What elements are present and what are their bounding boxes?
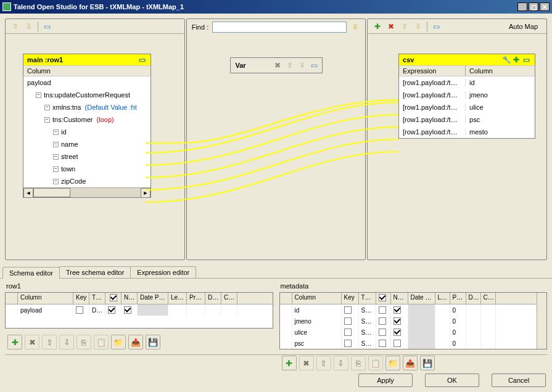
row1-toolbar: ✚ ✖ ⇧ ⇩ ⎘ 📋 📁 📤 💾 bbox=[5, 332, 273, 352]
copy-button[interactable]: ⎘ bbox=[76, 335, 91, 349]
row-down-button[interactable]: ⇩ bbox=[59, 335, 74, 349]
csv-row: [row1.payload:/t…ulice bbox=[399, 101, 535, 113]
collapse-icon[interactable]: − bbox=[36, 92, 41, 98]
window-title: Talend Open Studio for ESB - tXMLMap - t… bbox=[14, 3, 517, 10]
metadata-grid[interactable]: Column Key T… N… Date … L… P… D… C… idS…… bbox=[279, 292, 548, 349]
minimize-panel-icon[interactable]: ▭ bbox=[42, 22, 52, 31]
row1-title: row1 bbox=[5, 281, 273, 292]
input-panel: ⇧ ⇩ ▭ main :row1 ▭ Column payload −tns:u… bbox=[5, 18, 185, 260]
scroll-thumb[interactable] bbox=[33, 188, 70, 197]
var-up-icon[interactable]: ⇧ bbox=[285, 60, 295, 70]
input-tree[interactable]: payload −tns:updateCustomerRequest −xmln… bbox=[23, 76, 150, 187]
row-up-button[interactable]: ⇧ bbox=[316, 356, 331, 370]
row-up-button[interactable]: ⇧ bbox=[42, 335, 57, 349]
paste-button[interactable]: 📋 bbox=[94, 335, 109, 349]
schema-row: jmenoS…0 bbox=[280, 316, 537, 327]
var-panel: Find : ⇩ Var ✖ ⇧ ⇩ ▭ bbox=[186, 18, 366, 260]
save-button[interactable]: 💾 bbox=[420, 356, 435, 370]
collapse-icon[interactable]: − bbox=[44, 105, 50, 110]
schema-row: pscS…0 bbox=[280, 338, 537, 349]
import-button[interactable]: 📁 bbox=[385, 356, 400, 370]
dialog-buttons: Apply OK Cancel bbox=[358, 374, 546, 387]
row1-grid[interactable]: Column Key T… N… Date P… Le… Pr… D… C… p… bbox=[5, 292, 273, 329]
close-button[interactable]: ✕ bbox=[540, 2, 550, 11]
ok-button[interactable]: OK bbox=[425, 374, 479, 387]
collapse-icon[interactable]: − bbox=[53, 179, 59, 184]
paste-button[interactable]: 📋 bbox=[368, 356, 383, 370]
collapse-icon[interactable]: − bbox=[53, 166, 59, 172]
vertical-scrollbar[interactable] bbox=[537, 293, 546, 349]
output-down-icon[interactable]: ⇩ bbox=[413, 22, 423, 31]
csv-row: [row1.payload:/t…mesto bbox=[399, 126, 535, 138]
move-down-icon[interactable]: ⇩ bbox=[24, 22, 34, 31]
csv-row: [row1.payload:/t…jmeno bbox=[399, 89, 535, 101]
apply-button[interactable]: Apply bbox=[358, 374, 413, 387]
tree-node-street: −street bbox=[23, 150, 150, 163]
metadata-title: metadata bbox=[279, 281, 548, 292]
tab-expression-editor[interactable]: Expression editor bbox=[130, 266, 196, 278]
column-header: Column bbox=[23, 65, 150, 76]
schema-row: payload D… bbox=[6, 304, 273, 316]
tree-node-name: −name bbox=[23, 138, 150, 150]
delete-row-button[interactable]: ✖ bbox=[299, 356, 314, 370]
find-next-icon[interactable]: ⇩ bbox=[350, 22, 360, 32]
add-output-icon[interactable]: ✚ bbox=[373, 22, 382, 31]
tab-tree-schema-editor[interactable]: Tree schema editor bbox=[59, 266, 131, 278]
var-label: Var bbox=[233, 62, 249, 69]
csv-output-table: csv 🔧 ✚ ▭ Expression Column [row1.payloa… bbox=[398, 54, 535, 139]
export-button[interactable]: 📤 bbox=[403, 356, 418, 370]
tree-node-town: −town bbox=[23, 163, 150, 175]
collapse-icon[interactable]: − bbox=[53, 129, 59, 135]
app-icon bbox=[2, 2, 11, 11]
output-up-icon[interactable]: ⇧ bbox=[400, 22, 410, 31]
scroll-right-icon[interactable]: ► bbox=[141, 188, 150, 198]
schema-row: uliceS…0 bbox=[280, 327, 537, 338]
csv-row: [row1.payload:/t…id bbox=[399, 76, 535, 89]
csv-header[interactable]: csv 🔧 ✚ ▭ bbox=[399, 54, 535, 65]
var-box: Var ✖ ⇧ ⇩ ▭ bbox=[230, 57, 323, 73]
settings-icon[interactable]: 🔧 bbox=[501, 55, 511, 65]
add-row-button[interactable]: ✚ bbox=[282, 356, 297, 370]
maximize-button[interactable]: ▢ bbox=[529, 2, 538, 11]
minimize-table-icon[interactable]: ▭ bbox=[137, 55, 147, 65]
tree-node-payload: payload bbox=[23, 76, 150, 89]
var-down-icon[interactable]: ⇩ bbox=[297, 60, 307, 70]
find-input[interactable] bbox=[212, 22, 347, 33]
csv-rows[interactable]: [row1.payload:/t…id [row1.payload:/t…jme… bbox=[399, 76, 535, 138]
scroll-left-icon[interactable]: ◄ bbox=[23, 188, 33, 198]
save-button[interactable]: 💾 bbox=[146, 335, 160, 349]
collapse-icon[interactable]: − bbox=[53, 154, 59, 160]
main-input-table: main :row1 ▭ Column payload −tns:updateC… bbox=[23, 54, 151, 198]
editor-tabs: Schema editor Tree schema editor Express… bbox=[0, 266, 552, 278]
copy-button[interactable]: ⎘ bbox=[351, 356, 366, 370]
remove-output-icon[interactable]: ✖ bbox=[386, 22, 396, 31]
tab-schema-editor[interactable]: Schema editor bbox=[2, 267, 60, 279]
titlebar: Talend Open Studio for ESB - tXMLMap - t… bbox=[0, 0, 552, 14]
remove-var-icon[interactable]: ✖ bbox=[273, 60, 282, 70]
horizontal-scrollbar[interactable]: ◄ ► bbox=[23, 187, 150, 197]
move-up-icon[interactable]: ⇧ bbox=[10, 22, 20, 31]
var-minimize-icon[interactable]: ▭ bbox=[310, 60, 319, 70]
delete-row-button[interactable]: ✖ bbox=[25, 335, 39, 349]
find-label: Find : bbox=[192, 23, 209, 31]
mapping-workspace: ⇧ ⇩ ▭ main :row1 ▭ Column payload −tns:u… bbox=[0, 14, 552, 265]
collapse-icon[interactable]: − bbox=[53, 142, 59, 147]
tree-node-customer: −tns:Customer (loop) bbox=[23, 113, 150, 126]
csv-row: [row1.payload:/t…psc bbox=[399, 113, 535, 126]
tree-node-zipcode: −zipCode bbox=[23, 175, 150, 187]
output-panel: ✚ ✖ ⇧ ⇩ ▭ Auto Map csv 🔧 ✚ ▭ Expression … bbox=[367, 18, 547, 260]
minimize-button[interactable]: _ bbox=[517, 2, 527, 11]
collapse-icon[interactable]: − bbox=[44, 117, 50, 123]
csv-title: csv bbox=[403, 56, 414, 63]
export-button[interactable]: 📤 bbox=[128, 335, 143, 349]
output-minimize-icon[interactable]: ▭ bbox=[431, 22, 441, 31]
main-header[interactable]: main :row1 ▭ bbox=[23, 54, 150, 65]
auto-map-button[interactable]: Auto Map bbox=[505, 22, 542, 31]
main-title: main :row1 bbox=[27, 56, 63, 63]
csv-minimize-icon[interactable]: ▭ bbox=[521, 55, 531, 65]
import-button[interactable]: 📁 bbox=[111, 335, 126, 349]
add-row-button[interactable]: ✚ bbox=[7, 335, 22, 349]
cancel-button[interactable]: Cancel bbox=[492, 374, 546, 387]
add-column-icon[interactable]: ✚ bbox=[511, 55, 521, 65]
row-down-button[interactable]: ⇩ bbox=[334, 356, 348, 370]
